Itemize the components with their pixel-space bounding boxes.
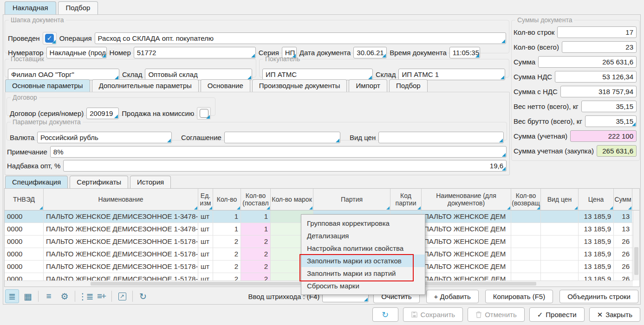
contract-number-field[interactable]: 200919 <box>86 108 119 119</box>
menu-item-0[interactable]: Групповая корректировка <box>301 217 425 229</box>
menu-item-5[interactable]: Сбросить марки <box>301 280 425 292</box>
window-tab-inactive[interactable]: Подбор <box>58 1 98 14</box>
add-row-icon[interactable]: ≡+ <box>94 289 108 303</box>
buyer-warehouse-field[interactable]: ИП АТМС 1 <box>398 69 505 80</box>
cell <box>541 223 579 235</box>
posted-checkbox[interactable]: ✓ <box>43 32 57 45</box>
column-header-10[interactable]: Вид цен <box>541 189 579 210</box>
menu-item-3[interactable]: Заполнить марки из остатков <box>301 255 425 267</box>
close-icon: ✕ <box>597 311 603 319</box>
add-button[interactable]: + Добавить <box>426 290 479 303</box>
cell: 2 <box>213 236 241 248</box>
cell: 1 <box>241 210 271 223</box>
main-parameters-panel: Договор Договор (серия/номер) 200919 Про… <box>5 92 510 175</box>
column-header-12[interactable]: Сумм <box>614 189 632 210</box>
column-header-4[interactable]: Кол-во (поставл <box>241 189 271 210</box>
spec-tab-1[interactable]: Сертификаты <box>70 176 128 188</box>
document-parameters-group: Параметры документа Валюта Российский ру… <box>7 118 507 140</box>
sum-value-field[interactable]: 35,15 <box>585 115 637 127</box>
cell: 13 185,9 <box>579 248 614 260</box>
column-header-6[interactable]: Партия <box>313 189 390 210</box>
sum-value-field[interactable]: 23 <box>562 41 637 53</box>
cell: ПАЛЬТО ЖЕНСКОЕ ДЕМ <box>422 261 511 273</box>
document-parameters-group-title: Параметры документа <box>11 118 83 126</box>
column-header-5[interactable]: Кол-во марок <box>271 189 313 210</box>
spec-tab-2[interactable]: История <box>130 176 171 188</box>
currency-field[interactable]: Российский рубль <box>37 132 172 143</box>
sum-value-field[interactable]: 53 126,34 <box>555 71 637 83</box>
column-header-7[interactable]: Код партии <box>390 189 422 210</box>
save-button[interactable]: Сохранить <box>403 307 463 322</box>
open-external-icon[interactable]: ↗ <box>115 289 129 303</box>
column-header-1[interactable]: Наименование <box>44 189 198 210</box>
menu-item-4[interactable]: Заполнить марки из партий <box>301 267 425 280</box>
cell <box>511 261 541 273</box>
check-icon: ✓ <box>537 311 543 319</box>
sum-label: Вес брутто (всего), кг <box>514 117 582 125</box>
parameters-tab-2[interactable]: Основание <box>201 79 250 92</box>
sum-value-field[interactable]: 265 631,6 <box>597 145 637 157</box>
parameters-tab-0[interactable]: Основные параметры <box>5 79 90 92</box>
table-vertical-scrollbar[interactable] <box>633 210 639 280</box>
copy-button[interactable]: Копировать (F5) <box>485 290 553 303</box>
window-tab-bar: НакладнаяПодбор <box>5 1 98 14</box>
sum-value-field[interactable]: 318 757,94 <box>560 86 637 97</box>
close-button[interactable]: ✕Закрыть <box>589 307 640 322</box>
operation-field[interactable]: Расход со СКЛАДА опт. покупателю <box>95 32 506 44</box>
window-tab-active[interactable]: Накладная <box>5 1 56 14</box>
cell: 2 <box>213 273 241 281</box>
context-menu: Групповая корректировкаДетализацияНастро… <box>301 214 425 295</box>
note-field[interactable]: 8% <box>50 146 507 158</box>
filter-icon[interactable]: ≡ <box>42 289 56 303</box>
cell: 0000 <box>5 248 44 260</box>
column-header-9[interactable]: Кол-во (возвращ <box>511 189 541 210</box>
parameters-tab-3[interactable]: Производные документы <box>252 79 347 92</box>
cell: 0000 <box>5 223 44 235</box>
view-list-icon[interactable]: ≣ <box>5 289 19 303</box>
price-type-field[interactable] <box>378 132 504 143</box>
markup-field[interactable]: 19,6 <box>63 160 507 172</box>
cell: 2 <box>213 261 241 273</box>
cell: ПАЛЬТО ЖЕНСКОЕ ДЕМ <box>422 236 511 248</box>
grid-view-icon[interactable]: ▦ <box>21 289 35 303</box>
merge-rows-button[interactable]: Объединить строки <box>559 290 638 303</box>
sum-value-field[interactable]: 265 631,6 <box>538 56 637 68</box>
sum-row: Сумма265 631,6 <box>514 55 637 68</box>
menu-item-1[interactable]: Детализация <box>301 229 425 242</box>
commission-checkbox[interactable] <box>197 107 211 120</box>
parameters-tab-1[interactable]: Дополнительные параметры <box>92 79 199 92</box>
column-header-0[interactable]: ТНВЭД <box>5 189 44 210</box>
supplier-warehouse-field[interactable]: Оптовый склад <box>145 69 252 80</box>
ordered-list-icon[interactable]: ⋮≣ <box>78 289 92 303</box>
toolbar-divider <box>132 291 133 302</box>
column-header-8[interactable]: Наименование (для документов) <box>422 189 511 210</box>
cell: 2 <box>241 261 271 273</box>
sum-value-field[interactable]: 222 100 <box>570 130 637 142</box>
cancel-button[interactable]: Отменить <box>468 307 525 322</box>
parameters-tab-5[interactable]: Подбор <box>389 79 428 92</box>
supplier-field[interactable]: Филиал ОАО "Торг" <box>8 69 119 80</box>
cell: 2 <box>241 248 271 260</box>
sum-value-field[interactable]: 17 <box>557 26 637 38</box>
parameters-tab-bar: Основные параметрыДополнительные парамет… <box>5 79 428 92</box>
agreement-field[interactable] <box>224 132 340 143</box>
sum-value-field[interactable]: 35,15 <box>581 101 637 112</box>
repeat-icon[interactable]: ↻ <box>136 289 150 303</box>
menu-item-2[interactable]: Настройка политики свойства <box>301 242 425 255</box>
repeat-icon-glyph: ↻ <box>139 291 147 302</box>
buyer-field[interactable]: ИП АТМС <box>262 69 373 80</box>
refresh-button[interactable]: ↻ <box>372 307 398 322</box>
vertical-scrollbar-thumb[interactable] <box>634 247 638 275</box>
column-header-3[interactable]: Кол-во <box>213 189 241 210</box>
agreement-label: Соглашение <box>181 134 221 141</box>
parameters-tab-4[interactable]: Импорт <box>349 79 387 92</box>
column-header-11[interactable]: Цена <box>579 189 614 210</box>
column-header-2[interactable]: Ед. изм <box>198 189 213 210</box>
cell: 0000 <box>5 236 44 248</box>
add-row-icon-glyph: ≡+ <box>97 291 105 301</box>
currency-label: Валюта <box>10 134 34 141</box>
settings-gear-icon[interactable]: ⚙ <box>58 289 72 303</box>
spec-tab-0[interactable]: Спецификация <box>5 176 68 188</box>
post-button-label: Провести <box>546 311 576 319</box>
post-button[interactable]: ✓Провести <box>529 307 585 322</box>
